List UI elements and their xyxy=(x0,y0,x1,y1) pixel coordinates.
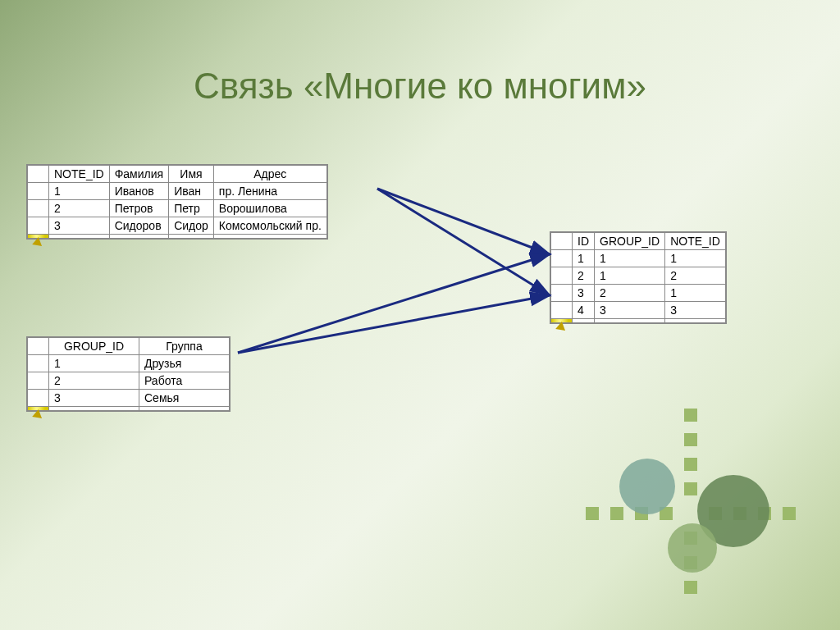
table-row: 1 Друзья xyxy=(28,355,230,372)
notes-table: NOTE_ID Фамилия Имя Адрес 1 Иванов Иван … xyxy=(26,164,328,240)
svg-rect-5 xyxy=(684,433,697,446)
new-row-icon xyxy=(28,407,49,411)
col-header: GROUP_ID xyxy=(49,338,139,355)
table-row: 1 Иванов Иван пр. Ленина xyxy=(28,183,327,200)
svg-point-19 xyxy=(619,459,675,514)
table-row: 4 3 3 xyxy=(551,302,726,319)
slide-title: Связь «Многие ко многим» xyxy=(0,0,840,107)
col-header: Имя xyxy=(169,166,214,183)
col-header: GROUP_ID xyxy=(595,233,665,250)
col-header: Фамилия xyxy=(109,166,168,183)
table-row: 2 1 2 xyxy=(551,267,726,285)
svg-line-1 xyxy=(377,189,550,295)
new-row-icon xyxy=(28,235,49,239)
svg-point-21 xyxy=(668,523,717,573)
svg-rect-7 xyxy=(684,482,697,495)
svg-rect-4 xyxy=(684,409,697,422)
col-header: ID xyxy=(573,233,595,250)
table-row: 3 Сидоров Сидор Комсомольский пр. xyxy=(28,217,327,235)
table-row: 3 2 1 xyxy=(551,285,726,302)
col-header: NOTE_ID xyxy=(665,233,726,250)
groups-table: GROUP_ID Группа 1 Друзья 2 Работа 3 Семь… xyxy=(26,336,231,412)
row-selector-header xyxy=(28,338,49,355)
table-row: 1 1 1 xyxy=(551,250,726,267)
col-header: Группа xyxy=(139,338,230,355)
row-selector-header xyxy=(28,166,49,183)
svg-line-3 xyxy=(238,295,550,353)
svg-rect-6 xyxy=(684,458,697,471)
table-row: 2 Работа xyxy=(28,372,230,390)
col-header: NOTE_ID xyxy=(49,166,110,183)
new-row xyxy=(28,235,327,239)
decorative-graphic xyxy=(569,409,815,597)
junction-table: ID GROUP_ID NOTE_ID 1 1 1 2 1 2 3 2 1 4 … xyxy=(550,231,727,324)
table-row: 2 Петров Петр Ворошилова xyxy=(28,200,327,217)
table-row: 3 Семья xyxy=(28,390,230,407)
svg-rect-10 xyxy=(684,581,697,594)
new-row-icon xyxy=(551,319,573,323)
svg-line-2 xyxy=(238,254,550,353)
new-row xyxy=(28,407,230,411)
svg-rect-12 xyxy=(610,507,623,520)
svg-rect-18 xyxy=(783,507,796,520)
svg-rect-11 xyxy=(586,507,599,520)
row-selector-header xyxy=(551,233,573,250)
col-header: Адрес xyxy=(213,166,326,183)
new-row xyxy=(551,319,726,323)
svg-line-0 xyxy=(377,189,550,254)
